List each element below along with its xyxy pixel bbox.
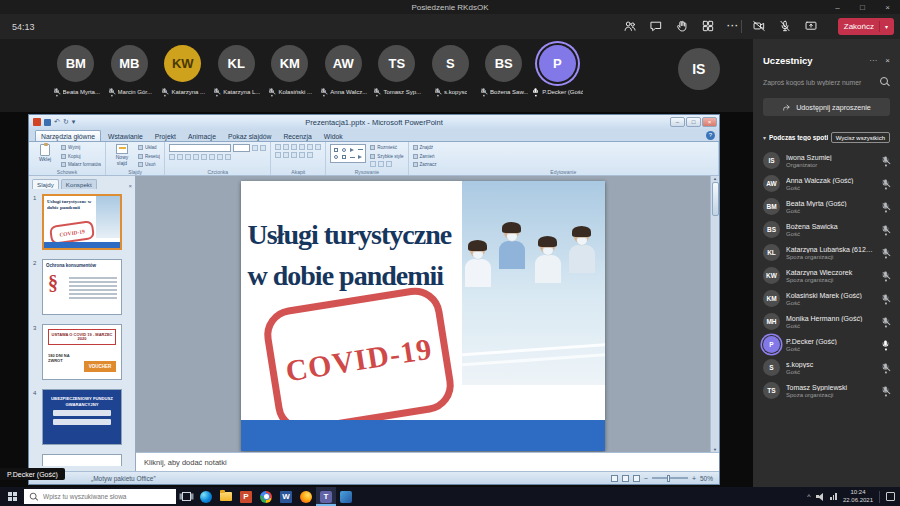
notes-placeholder[interactable]: Kliknij, aby dodać notatki [136, 452, 719, 471]
participant-video-tile[interactable]: BM Beata Myrta... [49, 45, 103, 97]
shape-fill-icon[interactable] [370, 161, 376, 167]
participant-video-tile[interactable]: AW Anna Walcz... [317, 45, 371, 97]
participant-row[interactable]: KL Katarzyna Lubańska (612176) Spoza org… [753, 241, 900, 264]
task-view-button[interactable] [176, 487, 196, 506]
slide-thumbnail-2[interactable]: Ochrona konsumentów § [42, 259, 122, 315]
tab-animacje[interactable]: Animacje [183, 131, 221, 141]
align-left-icon[interactable] [275, 152, 281, 158]
participant-video-tile[interactable]: S s.kopysc [424, 45, 478, 97]
ppt-close-icon[interactable]: × [702, 117, 717, 127]
mic-muted-icon[interactable] [881, 179, 889, 189]
shadow-icon[interactable] [193, 154, 199, 160]
font-color-icon[interactable] [225, 154, 231, 160]
slide-thumbnail-5[interactable] [42, 454, 122, 466]
word-button[interactable]: W [276, 487, 296, 506]
copy-button[interactable]: Kopiuj [61, 153, 101, 160]
search-input[interactable] [43, 493, 171, 500]
scroll-down-icon[interactable]: ▼ [713, 447, 717, 452]
vertical-scrollbar[interactable]: ▲ ▼ [710, 176, 719, 452]
participant-video-tile[interactable]: KM Kolasiński ... [263, 45, 317, 97]
participant-row[interactable]: KW Katarzyna Wieczorek Spoza organizacji [753, 264, 900, 287]
tab-projekt[interactable]: Projekt [150, 131, 181, 141]
participant-video-tile[interactable]: P P.Decker (Gość) [531, 45, 585, 97]
character-spacing-icon[interactable] [209, 154, 215, 160]
redo-icon[interactable]: ↻ [63, 118, 69, 126]
underline-icon[interactable] [185, 154, 191, 160]
participant-video-tile[interactable]: TS Tomasz Syp... [370, 45, 424, 97]
zoom-out-icon[interactable]: − [644, 475, 648, 482]
panel-close-icon[interactable]: × [885, 56, 890, 65]
participant-row[interactable]: P P.Decker (Gość) Gość [753, 333, 900, 356]
new-slide-button[interactable]: Nowy slajd [110, 144, 134, 166]
scrollbar-thumb[interactable] [712, 182, 719, 216]
participants-icon[interactable] [623, 19, 637, 33]
help-icon[interactable]: ? [706, 131, 715, 140]
strikethrough-icon[interactable] [201, 154, 207, 160]
tab-narzedzia-glowne[interactable]: Narzędzia główne [35, 130, 101, 141]
participant-row[interactable]: IS Iwona Szumiej Organizator [753, 149, 900, 172]
breakout-rooms-icon[interactable] [701, 19, 715, 33]
participant-row[interactable]: MH Monika Hermann (Gość) Gość [753, 310, 900, 333]
slide-thumbnail-4[interactable]: UBEZPIECZENIOWY FUNDUSZ GWARANCYJNY [42, 389, 122, 445]
chrome-button[interactable] [256, 487, 276, 506]
participant-video-tile[interactable]: KL Katarzyna L... [210, 45, 264, 97]
participant-row[interactable]: TS Tomasz Sypniewski Spoza organizacji [753, 379, 900, 402]
share-screen-icon[interactable] [804, 19, 818, 33]
increase-indent-icon[interactable] [299, 144, 305, 150]
quick-styles-button[interactable]: Szybkie style [370, 153, 403, 160]
current-slide[interactable]: Usługi turystyczne w dobie pandemii COVI [241, 181, 605, 451]
firefox-button[interactable] [296, 487, 316, 506]
edge-button[interactable] [196, 487, 216, 506]
zoom-slider-thumb[interactable] [667, 475, 670, 482]
taskbar-clock[interactable]: 10:24 22.06.2021 [843, 489, 873, 505]
scroll-up-icon[interactable]: ▲ [713, 176, 717, 181]
zoom-slider[interactable] [652, 477, 688, 479]
mic-muted-icon[interactable] [881, 156, 889, 166]
chevron-down-icon[interactable]: ▾ [885, 23, 888, 30]
font-size-select[interactable] [233, 144, 250, 152]
grow-font-icon[interactable] [252, 145, 258, 151]
format-painter-button[interactable]: Malarz formatów [61, 161, 101, 168]
slide-thumbnail-3[interactable]: USTAWA O COVID 19 - MARZEC 2020 180 DNI … [42, 324, 122, 380]
mic-muted-icon[interactable] [881, 248, 889, 258]
numbering-icon[interactable] [283, 144, 289, 150]
cut-button[interactable]: Wytnij [61, 144, 101, 151]
find-button[interactable]: Znajdź [413, 144, 437, 151]
mic-muted-icon[interactable] [881, 294, 889, 304]
mic-muted-icon[interactable] [881, 317, 889, 327]
align-right-icon[interactable] [291, 152, 297, 158]
layout-button[interactable]: Układ [138, 144, 160, 151]
participant-row[interactable]: BS Bożena Sawicka Gość [753, 218, 900, 241]
slide-sorter-icon[interactable] [622, 475, 629, 482]
mic-muted-icon[interactable] [881, 271, 889, 281]
qat-dropdown-icon[interactable]: ▾ [72, 118, 76, 126]
italic-icon[interactable] [177, 154, 183, 160]
text-direction-icon[interactable] [315, 144, 321, 150]
select-button[interactable]: Zaznacz [413, 161, 437, 168]
tab-recenzja[interactable]: Recenzja [278, 131, 316, 141]
decrease-indent-icon[interactable] [291, 144, 297, 150]
zoom-in-icon[interactable]: + [692, 475, 696, 482]
font-name-select[interactable] [169, 144, 231, 152]
mic-muted-icon[interactable] [881, 363, 889, 373]
teams-button[interactable]: T [316, 487, 336, 506]
maximize-icon[interactable]: □ [850, 0, 875, 14]
participant-video-tile[interactable]: BS Bożena Saw... [477, 45, 531, 97]
ppt-minimize-icon[interactable]: – [670, 117, 685, 127]
more-actions-icon[interactable]: ··· [727, 19, 739, 33]
app-button[interactable] [336, 487, 356, 506]
slide-thumbnail-1[interactable]: Usługi turystyczne w dobie pandemii COVI… [42, 194, 122, 250]
volume-icon[interactable] [816, 493, 824, 501]
shape-effects-icon[interactable] [386, 161, 392, 167]
participant-row[interactable]: KM Kolasiński Marek (Gość) Gość [753, 287, 900, 310]
columns-icon[interactable] [307, 152, 313, 158]
mic-muted-icon[interactable] [881, 340, 889, 350]
ppt-maximize-icon[interactable]: □ [686, 117, 701, 127]
justify-icon[interactable] [299, 152, 305, 158]
tab-wstawianie[interactable]: Wstawianie [103, 131, 148, 141]
replace-button[interactable]: Zamień [413, 153, 437, 160]
chat-icon[interactable] [649, 19, 663, 33]
powerpoint-button[interactable]: P [236, 487, 256, 506]
tab-widok[interactable]: Widok [319, 131, 348, 141]
bullets-icon[interactable] [275, 144, 281, 150]
